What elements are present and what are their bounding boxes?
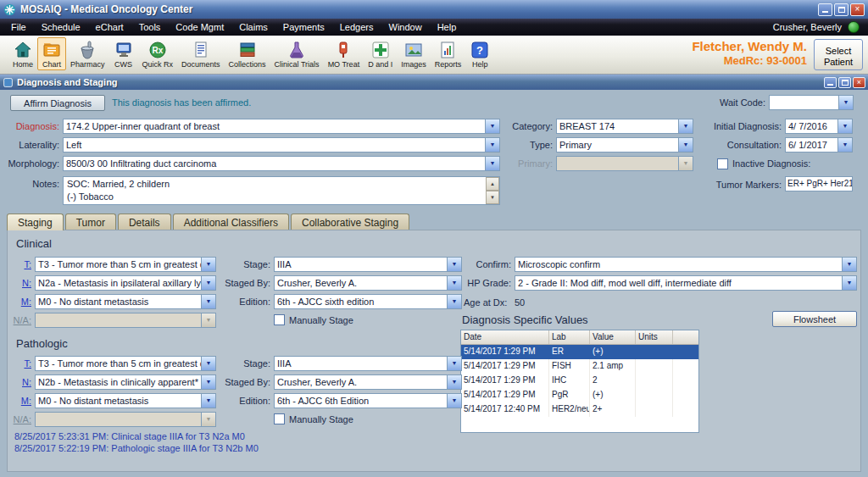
app-titlebar[interactable]: MOSAIQ - Medical Oncology Center × xyxy=(0,0,868,19)
patient-banner: Fletcher, Wendy M. MedRc: 93-0001 xyxy=(692,37,814,68)
tab-tumor[interactable]: Tumor xyxy=(65,214,116,230)
tab-additional-classifiers[interactable]: Additional Classifiers xyxy=(173,214,289,230)
logout-power-icon[interactable] xyxy=(848,21,860,33)
menu-item[interactable]: Claims xyxy=(231,19,275,35)
pathologic-stage-select[interactable]: IIIA xyxy=(274,356,462,371)
pathologic-n-select[interactable]: N2b - Metastasis in clinically apparent*… xyxy=(35,374,216,390)
select-patient-button[interactable]: Select Patient xyxy=(814,39,863,70)
dsv-col-value[interactable]: Value xyxy=(590,330,636,344)
tumor-markers-input[interactable]: ER+ PgR+ Her21+ xyxy=(785,176,853,191)
toolbar-clinical-trials-button[interactable]: Clinical Trials xyxy=(270,37,324,70)
menu-item[interactable]: Window xyxy=(381,19,430,35)
table-row[interactable]: 5/14/2017 1:29 PM ER (+) xyxy=(461,345,698,359)
hp-grade-label: HP Grade: xyxy=(457,275,511,291)
diagnosis-select[interactable]: 174.2 Upper-inner quadrant of breast xyxy=(63,119,500,134)
close-icon[interactable]: × xyxy=(850,3,865,16)
stage-history-line: 8/25/2017 5:23:31 PM: Clinical stage III… xyxy=(14,430,259,442)
clinical-na-select[interactable] xyxy=(35,313,216,328)
clinical-n-link[interactable]: N: xyxy=(9,275,31,291)
toolbar-collections-button[interactable]: Collections xyxy=(225,37,270,70)
notes-label: Notes: xyxy=(5,176,59,191)
dialog-maximize-icon[interactable] xyxy=(838,77,851,88)
pathologic-na-select[interactable] xyxy=(35,412,216,427)
table-row[interactable]: 5/14/2017 1:29 PM PgR (+) xyxy=(461,388,698,402)
pathologic-t-select[interactable]: T3 - Tumor more than 5 cm in greatest di… xyxy=(35,356,216,371)
toolbar-reports-button[interactable]: Reports xyxy=(431,37,466,70)
dialog-close-icon[interactable]: × xyxy=(853,77,865,88)
dialog-minimize-icon[interactable] xyxy=(824,77,837,88)
menu-item[interactable]: Code Mgmt xyxy=(168,19,231,35)
confirm-select[interactable]: Microscopic confirm xyxy=(515,257,857,272)
pathologic-m-select[interactable]: M0 - No distant metastasis xyxy=(35,393,216,408)
initial-diagnosis-date[interactable]: 4/ 7/2016 xyxy=(785,119,853,134)
toolbar-images-button[interactable]: Images xyxy=(397,37,431,70)
morphology-select[interactable]: 8500/3 00 Infiltrating duct carcinoma xyxy=(63,156,500,171)
primary-select[interactable] xyxy=(556,156,693,171)
pathologic-t-link[interactable]: T: xyxy=(9,356,31,371)
clinical-t-link[interactable]: T: xyxy=(9,257,31,272)
tab-details[interactable]: Details xyxy=(118,214,171,230)
clinical-stage-select[interactable]: IIIA xyxy=(274,257,462,272)
toolbar-quick-rx-button[interactable]: Rx Quick Rx xyxy=(138,37,178,70)
toolbar-home-button[interactable]: Home xyxy=(8,37,37,70)
affirm-diagnosis-button[interactable]: Affirm Diagnosis xyxy=(10,95,105,111)
table-row[interactable]: 5/14/2017 12:40 PM HER2/neu 2+ xyxy=(461,402,698,417)
menu-item[interactable]: Schedule xyxy=(34,19,88,35)
pathologic-edition-label: Edition: xyxy=(218,393,270,408)
dsv-col-units[interactable]: Units xyxy=(636,330,673,344)
notes-textarea[interactable]: SOC: Married, 2 childern (-) Tobacco ▲ ▼ xyxy=(63,176,500,205)
toolbar-documents-button[interactable]: Documents xyxy=(177,37,225,70)
menu-item[interactable]: Help xyxy=(430,19,465,35)
toolbar-pharmacy-button[interactable]: Pharmacy xyxy=(66,37,109,70)
toolbar-mo-treat-button[interactable]: MO Treat xyxy=(324,37,364,70)
primary-label: Primary: xyxy=(505,156,553,171)
scroll-down-icon[interactable]: ▼ xyxy=(486,191,499,204)
flowsheet-button[interactable]: Flowsheet xyxy=(772,311,857,327)
pathologic-stage-label: Stage: xyxy=(218,356,270,371)
dsv-col-lab[interactable]: Lab xyxy=(549,330,590,344)
tab-collaborative-staging[interactable]: Collaborative Staging xyxy=(291,214,409,230)
type-select[interactable]: Primary xyxy=(556,137,693,153)
toolbar-help-button[interactable]: ? Help xyxy=(465,37,494,70)
dsv-table-header: Date Lab Value Units xyxy=(461,330,698,345)
pathologic-manually-stage-checkbox[interactable] xyxy=(274,413,285,424)
clinical-staged-by-select[interactable]: Crusher, Beverly A. xyxy=(274,275,462,291)
clinical-t-select[interactable]: T3 - Tumor more than 5 cm in greatest di… xyxy=(35,257,216,272)
clinical-heading: Clinical xyxy=(16,237,52,250)
pathologic-m-link[interactable]: M: xyxy=(9,393,31,408)
table-row[interactable]: 5/14/2017 1:29 PM FISH 2.1 amp xyxy=(461,359,698,374)
hp-grade-select[interactable]: 2 - Grade II: Mod diff, mod well diff, i… xyxy=(515,275,857,291)
menu-item[interactable]: eChart xyxy=(88,19,131,35)
toolbar-chart-button[interactable]: Chart xyxy=(37,37,66,70)
toolbar-cws-button[interactable]: CWS xyxy=(109,37,138,70)
pathologic-staged-by-select[interactable]: Crusher, Beverly A. xyxy=(274,374,462,390)
dsv-col-date[interactable]: Date xyxy=(461,330,549,344)
menu-item[interactable]: File xyxy=(3,19,34,35)
consultation-date[interactable]: 6/ 1/2017 xyxy=(785,137,853,153)
clinical-edition-select[interactable]: 6th - AJCC sixth edition xyxy=(274,294,462,309)
inactive-diagnosis-label: Inactive Diagnosis: xyxy=(732,156,810,171)
minimize-icon[interactable] xyxy=(818,3,832,16)
d-and-i-icon xyxy=(370,40,391,60)
wait-code-label: Wait Code: xyxy=(674,95,765,110)
menu-item[interactable]: Ledgers xyxy=(332,19,381,35)
table-row[interactable]: 5/14/2017 1:29 PM IHC 2 xyxy=(461,374,698,388)
clinical-m-select[interactable]: M0 - No distant metastasis xyxy=(35,294,216,309)
clinical-manually-stage-checkbox[interactable] xyxy=(274,314,285,325)
menu-item[interactable]: Tools xyxy=(131,19,169,35)
tab-staging[interactable]: Staging xyxy=(7,214,64,230)
dsv-rows: 5/14/2017 1:29 PM ER (+) 5/14/2017 1:29 … xyxy=(461,345,698,417)
clinical-n-select[interactable]: N2a - Metastasis in ipsilateral axillary… xyxy=(35,275,216,291)
menu-item[interactable]: Payments xyxy=(275,19,332,35)
category-select[interactable]: BREAST 174 xyxy=(556,119,693,134)
inactive-diagnosis-checkbox[interactable] xyxy=(717,158,728,169)
dialog-titlebar[interactable]: Diagnosis and Staging × xyxy=(0,75,868,90)
clinical-m-link[interactable]: M: xyxy=(9,294,31,309)
scroll-up-icon[interactable]: ▲ xyxy=(486,177,499,191)
pathologic-edition-select[interactable]: 6th - AJCC 6th Edition xyxy=(274,393,462,408)
pathologic-n-link[interactable]: N: xyxy=(9,374,31,390)
maximize-icon[interactable] xyxy=(834,3,849,16)
toolbar-d-and-i-button[interactable]: D and I xyxy=(364,37,397,70)
wait-code-select[interactable] xyxy=(769,95,854,110)
laterality-select[interactable]: Left xyxy=(63,137,500,153)
